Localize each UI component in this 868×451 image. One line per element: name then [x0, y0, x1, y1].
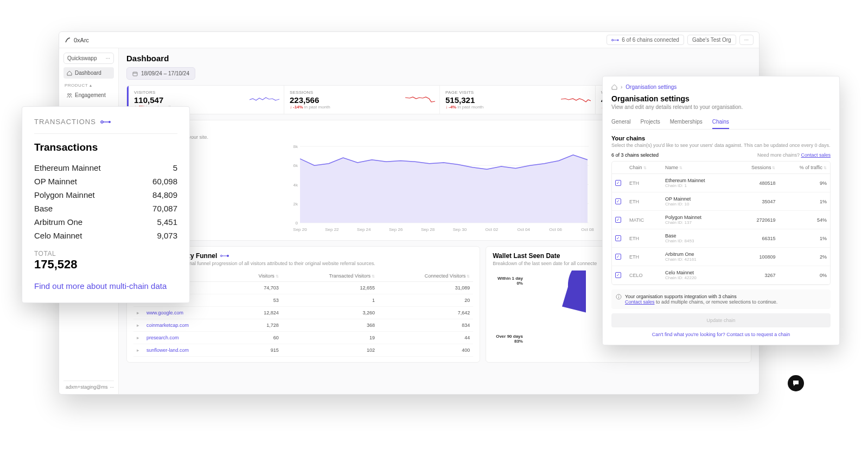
stat-label: VISITORS — [134, 90, 278, 95]
svg-text:Sep 28: Sep 28 — [421, 227, 435, 232]
svg-point-1 — [617, 39, 619, 41]
need-more-chains: Need more chains? Contact sales — [757, 152, 831, 158]
svg-text:Oct 04: Oct 04 — [517, 227, 530, 232]
sidebar-item-engagement[interactable]: Engagement — [63, 89, 114, 101]
svg-text:Oct 06: Oct 06 — [549, 227, 562, 232]
checkbox[interactable]: ✓ — [615, 180, 621, 186]
sparkline — [561, 95, 591, 105]
table-row[interactable]: ✓ MATIC Polygon MainnetChain ID: 137 272… — [612, 211, 830, 229]
svg-point-31 — [108, 121, 111, 123]
panel-subtitle: View and edit any details relevant to yo… — [611, 104, 831, 110]
table-row[interactable]: ▸www.google.com12,8243,2607,642 — [133, 307, 473, 319]
request-chain-link[interactable]: Can't find what you're looking for? Cont… — [611, 332, 831, 337]
svg-rect-5 — [133, 72, 137, 76]
chevron-right-icon: › — [621, 84, 622, 90]
table-row[interactable]: ✓ ETH Ethereum MainnetChain ID: 1 480518… — [612, 174, 830, 192]
total-value: 175,528 — [34, 257, 177, 272]
svg-point-3 — [68, 93, 69, 95]
info-text: to add multiple chains, or remove select… — [655, 299, 778, 305]
section-subtitle: Select the chain(s) you'd like to see yo… — [611, 143, 831, 148]
list-item: Ethereum Mainnet5 — [34, 161, 177, 175]
list-item: Arbitrum One5,451 — [34, 215, 177, 229]
page-title: Dashboard — [126, 54, 751, 63]
sidebar-section-product: PRODUCT ▴ — [65, 83, 114, 88]
workspace-name: Quickswapp — [67, 55, 97, 61]
wallet-donut-chart — [526, 270, 586, 349]
org-name: Gabe's Test Org — [692, 37, 731, 43]
svg-text:Sep 30: Sep 30 — [453, 227, 467, 232]
chat-icon — [792, 379, 800, 387]
update-chain-button[interactable]: Update chain — [611, 313, 831, 327]
table-row[interactable]: ✓ ETH OP MainnetChain ID: 10 35047 1% — [612, 192, 830, 211]
popover-heading: TRANSACTIONS — [34, 118, 177, 134]
sidebar-footer-user[interactable]: adxm+staging@ms ··· — [63, 381, 114, 390]
tab-chains[interactable]: Chains — [712, 115, 729, 129]
multichain-icon — [100, 119, 111, 125]
tab-general[interactable]: General — [611, 115, 631, 129]
svg-text:6k: 6k — [293, 163, 298, 168]
stat-label: SESSIONS — [290, 90, 434, 95]
brand-icon — [65, 37, 71, 43]
stat-delta: ↓ -14% in past month — [290, 105, 434, 109]
list-item: Base70,087 — [34, 202, 177, 215]
table-row[interactable]: ▸coinmarketcap.com1,728368834 — [133, 319, 473, 332]
table-row[interactable]: ▸sunflower-land.com915102400 — [133, 344, 473, 357]
svg-text:Oct 08: Oct 08 — [581, 227, 594, 232]
table-row[interactable]: ▸presearch.com601944 — [133, 332, 473, 344]
tab-memberships[interactable]: Memberships — [670, 115, 703, 129]
checkbox[interactable]: ✓ — [615, 217, 621, 223]
settings-tabs: GeneralProjectsMembershipsChains — [611, 115, 831, 130]
multichain-icon — [611, 38, 619, 42]
multichain-link[interactable]: Find out more about multi-chain data — [34, 280, 177, 292]
user-email: adxm+staging@ms — [66, 384, 107, 390]
multichain-icon — [220, 254, 229, 258]
brand: 0xArc — [65, 37, 607, 43]
sparkline — [405, 95, 435, 105]
org-switcher[interactable]: Gabe's Test Org — [687, 35, 736, 45]
contact-sales-link[interactable]: Contact sales — [801, 152, 831, 158]
svg-text:Sep 24: Sep 24 — [357, 227, 371, 232]
info-title: Your organisation supports integration w… — [625, 294, 777, 299]
topbar: 0xArc 6 of 6 chains connected Gabe's Tes… — [59, 32, 759, 48]
sidebar-item-label: Engagement — [75, 92, 106, 98]
users-icon — [67, 93, 72, 98]
info-banner: Your organisation supports integration w… — [611, 289, 831, 309]
checkbox[interactable]: ✓ — [615, 254, 621, 260]
home-icon — [67, 70, 72, 76]
stat-card[interactable]: SESSIONS 223,566 ↓ -14% in past month — [284, 86, 440, 114]
table-row[interactable]: ✓ CELO Celo MainnetChain ID: 42220 3267 … — [612, 266, 830, 285]
svg-text:2k: 2k — [293, 202, 298, 207]
more-button[interactable]: ··· — [739, 35, 754, 45]
help-bubble[interactable] — [788, 375, 804, 391]
transactions-list: Ethereum Mainnet5OP Mainnet60,098Polygon… — [34, 161, 177, 242]
svg-point-27 — [221, 255, 222, 257]
chains-status-text: 6 of 6 chains connected — [622, 37, 679, 43]
checkbox[interactable]: ✓ — [615, 235, 621, 241]
date-range-button[interactable]: 18/09/24 – 17/10/24 — [126, 67, 195, 80]
svg-point-30 — [101, 121, 103, 123]
total-label: TOTAL — [34, 250, 177, 257]
section-title: Your chains — [611, 135, 831, 141]
date-range-text: 18/09/24 – 17/10/24 — [141, 70, 189, 76]
tab-projects[interactable]: Projects — [641, 115, 660, 129]
stat-card[interactable]: PAGE VISITS 515,321 ↓ -4% in past month — [440, 86, 596, 114]
chains-status-pill[interactable]: 6 of 6 chains connected — [607, 35, 684, 45]
sidebar-item-dashboard[interactable]: Dashboard — [63, 67, 114, 79]
svg-text:Sep 26: Sep 26 — [389, 227, 403, 232]
table-row[interactable]: ✓ ETH Arbitrum OneChain ID: 42161 100809… — [612, 248, 830, 266]
svg-text:Oct 02: Oct 02 — [486, 227, 499, 232]
checkbox[interactable]: ✓ — [615, 198, 621, 204]
sidebar-item-label: Dashboard — [75, 70, 101, 76]
stat-label: PAGE VISITS — [445, 90, 590, 95]
workspace-select[interactable]: Quickswapp··· — [63, 53, 114, 64]
popover-title: Transactions — [34, 141, 177, 153]
home-icon[interactable] — [611, 84, 617, 90]
contact-sales-link[interactable]: Contact sales — [625, 299, 655, 305]
table-row[interactable]: ✓ ETH BaseChain ID: 8453 66315 1% — [612, 229, 830, 248]
stat-delta: ↓ -4% in past month — [445, 105, 590, 109]
panel-title: Organisation settings — [611, 94, 831, 103]
svg-text:Sep 20: Sep 20 — [293, 227, 307, 232]
checkbox[interactable]: ✓ — [615, 272, 621, 278]
info-icon — [616, 294, 622, 300]
list-item: Celo Mainnet9,073 — [34, 229, 177, 242]
